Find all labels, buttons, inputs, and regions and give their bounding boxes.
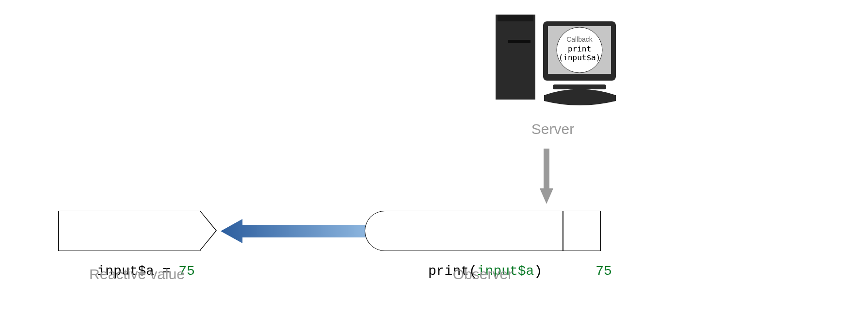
- diagram-stage: Callback print (input$a) Server: [0, 0, 868, 336]
- server-computer-icon: Callback print (input$a): [496, 13, 620, 114]
- server-to-observer-arrow-icon: [540, 149, 553, 204]
- screen-code-line1: print: [568, 44, 591, 53]
- reactive-value-caption: Reactive value: [58, 266, 216, 283]
- reactive-value-expression: input$a = 75: [58, 211, 201, 251]
- dependency-arrow-icon: [221, 219, 366, 243]
- screen-code-line2: (input$a): [559, 53, 601, 62]
- server-caption: Server: [485, 121, 621, 137]
- reactive-value-pointer-icon: [200, 211, 217, 251]
- svg-rect-2: [508, 40, 530, 43]
- svg-rect-7: [544, 149, 549, 189]
- svg-marker-9: [221, 219, 366, 243]
- svg-marker-8: [540, 188, 553, 204]
- svg-rect-1: [498, 15, 533, 21]
- screen-callback-label: Callback: [566, 35, 593, 43]
- observer-caption: Observer: [365, 266, 601, 283]
- observer-result-value: 75: [563, 211, 601, 251]
- observer-expression: print(input$a): [385, 211, 553, 251]
- svg-rect-6: [553, 84, 606, 89]
- svg-rect-0: [496, 15, 535, 100]
